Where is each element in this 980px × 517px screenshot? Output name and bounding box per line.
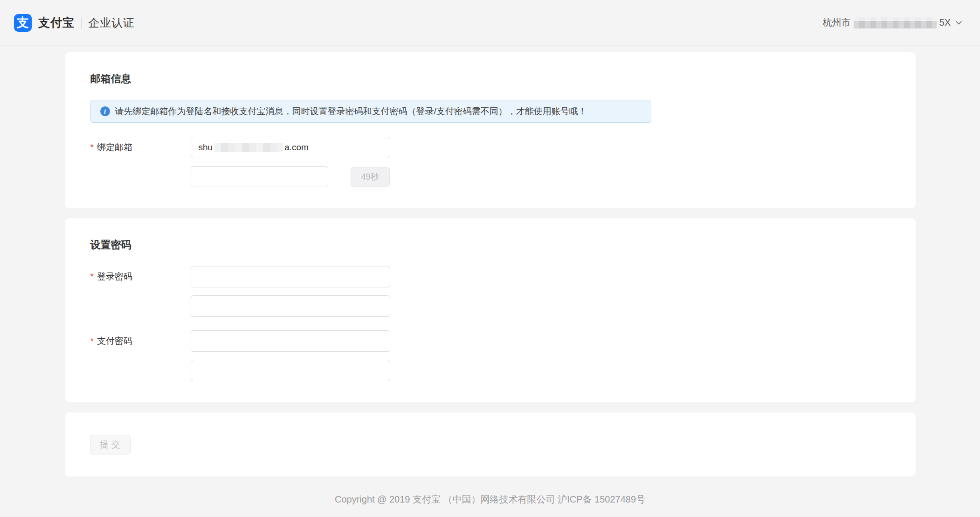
account-city-prefix: 杭州市 <box>823 16 851 29</box>
pay-password-confirm-row <box>90 360 890 381</box>
account-suffix: 5X <box>939 17 951 28</box>
pay-password-label: * 支付密码 <box>90 335 191 347</box>
required-mark: * <box>90 272 94 282</box>
account-dropdown[interactable]: 杭州市 5X <box>823 16 962 29</box>
email-value-suffix: a.com <box>284 142 309 153</box>
login-password-input[interactable] <box>191 266 390 287</box>
login-password-confirm-input[interactable] <box>191 295 390 317</box>
pay-password-confirm-input[interactable] <box>191 360 390 381</box>
info-icon-glyph: i <box>104 108 106 115</box>
bound-email-input[interactable]: shu a.com <box>191 137 390 158</box>
bind-email-label: * 绑定邮箱 <box>90 141 191 154</box>
required-mark: * <box>90 336 94 346</box>
login-password-row: * 登录密码 <box>90 266 890 287</box>
login-password-label: * 登录密码 <box>90 271 191 283</box>
set-password-card: 设置密码 * 登录密码 * 支付密码 <box>65 218 916 402</box>
email-value-prefix: shu <box>199 142 213 153</box>
submit-card: 提 交 <box>65 412 916 476</box>
info-banner: i 请先绑定邮箱作为登陆名和接收支付宝消息，同时设置登录密码和支付密码（登录/支… <box>90 100 651 123</box>
email-info-card: 邮箱信息 i 请先绑定邮箱作为登陆名和接收支付宝消息，同时设置登录密码和支付密码… <box>65 52 916 208</box>
main-content: 邮箱信息 i 请先绑定邮箱作为登陆名和接收支付宝消息，同时设置登录密码和支付密码… <box>65 52 916 506</box>
masked-email-segment <box>214 143 283 152</box>
countdown-button[interactable]: 49秒 <box>351 167 390 187</box>
pay-password-label-text: 支付密码 <box>97 335 132 347</box>
brand-name: 支付宝 <box>38 15 75 30</box>
verification-code-row: 49秒 <box>90 166 890 187</box>
bind-email-label-text: 绑定邮箱 <box>97 141 132 154</box>
info-banner-text: 请先绑定邮箱作为登陆名和接收支付宝消息，同时设置登录密码和支付密码（登录/支付密… <box>115 105 587 118</box>
email-card-title: 邮箱信息 <box>90 72 890 86</box>
pay-password-input[interactable] <box>191 330 390 352</box>
alipay-logo-icon: 支 <box>14 14 32 32</box>
chevron-down-icon <box>955 21 962 25</box>
bind-email-row: * 绑定邮箱 shu a.com <box>90 137 890 158</box>
page-title: 企业认证 <box>88 15 135 30</box>
top-header: 支 支付宝 企业认证 杭州市 5X <box>0 0 980 46</box>
password-card-title: 设置密码 <box>90 238 890 252</box>
verification-code-input[interactable] <box>191 166 328 187</box>
login-password-confirm-row <box>90 295 890 317</box>
masked-company-name <box>854 17 937 28</box>
required-mark: * <box>90 142 94 153</box>
login-password-label-text: 登录密码 <box>97 271 132 283</box>
alipay-logo-glyph: 支 <box>17 14 29 31</box>
footer-copyright: Copyright @ 2019 支付宝 （中国）网络技术有限公司 沪ICP备 … <box>65 493 916 506</box>
submit-button[interactable]: 提 交 <box>90 435 131 454</box>
info-icon: i <box>100 106 110 116</box>
pay-password-row: * 支付密码 <box>90 330 890 352</box>
header-divider <box>81 17 82 29</box>
alipay-brand[interactable]: 支 支付宝 企业认证 <box>14 14 135 32</box>
